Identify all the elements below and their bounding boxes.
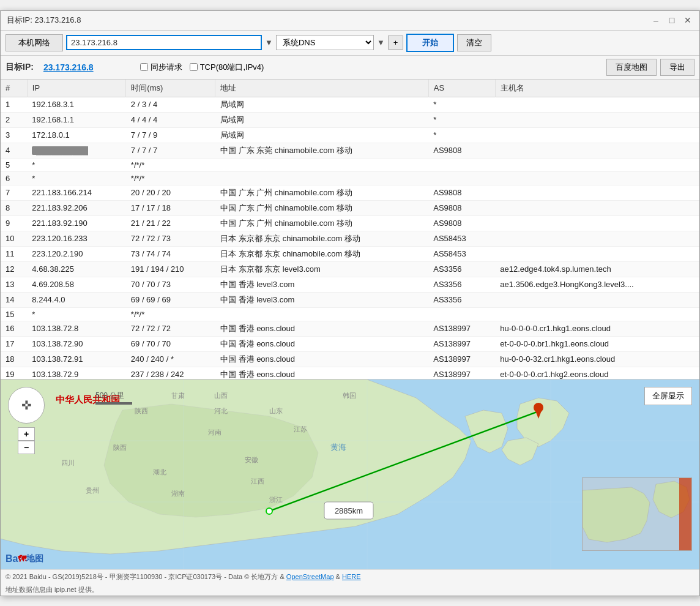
- cell-addr: 日本 东京都 东京 chinamobile.com 移动: [215, 246, 428, 261]
- map-footer: © 2021 Baidu - GS(2019)5218号 - 甲测资字11009…: [1, 569, 699, 584]
- table-row: 134.69.208.5870 / 70 / 73中国 香港 level3.co…: [1, 277, 699, 292]
- cell-addr: 中国 广东 广州 chinamobile.com 移动: [215, 200, 428, 215]
- cell-host: [495, 112, 699, 127]
- tcp-input[interactable]: [190, 63, 198, 71]
- table-row: 1192.168.3.12 / 3 / 4局域网*: [1, 97, 699, 112]
- cell-ip: 103.138.72.90: [27, 336, 126, 351]
- cell-as: AS3356: [428, 292, 495, 307]
- cell-ip: 103.138.72.9: [27, 367, 126, 380]
- start-button[interactable]: 开始: [406, 34, 454, 52]
- local-net-button[interactable]: 本机网络: [6, 34, 63, 51]
- svg-text:江苏: 江苏: [294, 425, 307, 433]
- cell-as: *: [428, 127, 495, 143]
- cell-host: et-0-0-0-0.cr1.hkg2.eons.cloud: [495, 367, 699, 380]
- table-row: 15**/*/*: [1, 307, 699, 321]
- tcp-checkbox[interactable]: TCP(80端口,IPv4): [190, 62, 264, 73]
- svg-text:江西: 江西: [251, 477, 264, 485]
- baidu-map-button[interactable]: 百度地图: [606, 59, 657, 76]
- cell-host: [495, 158, 699, 171]
- zoom-out-button[interactable]: −: [18, 441, 35, 454]
- svg-text:四川: 四川: [61, 459, 75, 466]
- cell-as: *: [428, 112, 495, 127]
- cell-ip: 4.68.38.225: [27, 261, 126, 277]
- export-button[interactable]: 导出: [660, 59, 694, 76]
- cell-ip: *: [27, 307, 126, 321]
- cell-host: [495, 246, 699, 261]
- target-ip-link[interactable]: 23.173.216.8: [43, 62, 94, 72]
- cell-as: AS58453: [428, 246, 495, 261]
- cell-addr: 中国 香港 eons.cloud: [215, 351, 428, 367]
- col-header-ip: IP: [27, 80, 126, 97]
- fullscreen-button[interactable]: 全屏显示: [644, 387, 692, 405]
- cell-addr: 局域网: [215, 97, 428, 112]
- info-bar: 目标IP: 23.173.216.8 同步请求 TCP(80端口,IPv4) 百…: [1, 56, 699, 80]
- map-background: 四川 陕西 贵州 湖北 湖南 河南 安徽 江西 浙江 河北 山东 山西 甘肃 陕…: [1, 380, 699, 569]
- cell-time: 7 / 7 / 7: [126, 143, 215, 158]
- cell-ip: 103.138.72.91: [27, 351, 126, 367]
- sync-request-input[interactable]: [140, 63, 148, 71]
- cell-host: et-0-0-0-0.br1.hkg1.eons.cloud: [495, 336, 699, 351]
- table-row: 124.68.38.225191 / 194 / 210日本 东京都 东京 le…: [1, 261, 699, 277]
- svg-point-32: [266, 508, 272, 514]
- cell-as: AS9808: [428, 143, 495, 158]
- cell-host: [495, 292, 699, 307]
- ipip-credit: 地址数据信息由 ipip.net 提供。: [1, 584, 699, 596]
- cell-ip: 221.183.92.190: [27, 215, 126, 231]
- svg-text:湖南: 湖南: [171, 490, 185, 497]
- cell-addr: 中国 香港 level3.com: [215, 292, 428, 307]
- minimize-button[interactable]: –: [650, 15, 661, 26]
- cell-num: 4: [1, 143, 27, 158]
- cell-as: *: [428, 97, 495, 112]
- map-nav-circle[interactable]: ✜: [8, 387, 45, 424]
- table-body: 1192.168.3.12 / 3 / 4局域网*2192.168.1.14 /…: [1, 97, 699, 380]
- here-link[interactable]: HERE: [342, 573, 361, 580]
- cell-num: 1: [1, 97, 27, 112]
- openstreetmap-link[interactable]: OpenStreetMap: [286, 573, 334, 580]
- cell-time: */*/*: [126, 307, 215, 321]
- cell-ip: 4.69.208.58: [27, 277, 126, 292]
- maximize-button[interactable]: □: [666, 15, 677, 26]
- cell-addr: 中国 广东 广州 chinamobile.com 移动: [215, 185, 428, 200]
- ip-input[interactable]: [66, 35, 262, 50]
- cell-ip: 192.168.1.1: [27, 112, 126, 127]
- cell-host: [495, 200, 699, 215]
- svg-text:山西: 山西: [214, 392, 228, 399]
- cell-time: 70 / 70 / 73: [126, 277, 215, 292]
- cell-num: 16: [1, 321, 27, 336]
- svg-text:2885km: 2885km: [335, 506, 363, 515]
- copyright-and: &: [336, 573, 342, 580]
- zoom-in-button[interactable]: +: [18, 427, 35, 441]
- plus-button[interactable]: +: [388, 36, 404, 50]
- dns-dropdown[interactable]: 系统DNS: [276, 35, 374, 50]
- cell-ip: *: [27, 171, 126, 185]
- trace-table-container[interactable]: # IP 时间(ms) 地址 AS 主机名 1192.168.3.12 / 3 …: [1, 80, 699, 380]
- table-row: 3172.18.0.17 / 7 / 9局域网*: [1, 127, 699, 143]
- table-row: 6**/*/*: [1, 171, 699, 185]
- sync-request-checkbox[interactable]: 同步请求: [140, 62, 182, 73]
- toolbar: 本机网络 ▼ 系统DNS ▼ + 开始 清空: [1, 31, 699, 56]
- table-row: 9221.183.92.19021 / 21 / 22中国 广东 广州 chin…: [1, 215, 699, 231]
- cell-addr: 局域网: [215, 127, 428, 143]
- cell-time: 237 / 238 / 242: [126, 367, 215, 380]
- cell-as: AS9808: [428, 200, 495, 215]
- cell-num: 19: [1, 367, 27, 380]
- options-checkboxes: 同步请求 TCP(80端口,IPv4): [140, 62, 264, 73]
- svg-text:韩国: 韩国: [343, 392, 356, 399]
- cell-num: 6: [1, 171, 27, 185]
- cell-as: [428, 307, 495, 321]
- cell-addr: 中国 广东 东莞 chinamobile.com 移动: [215, 143, 428, 158]
- cell-host: hu-0-0-0-0.cr1.hkg1.eons.cloud: [495, 321, 699, 336]
- cell-addr: [215, 307, 428, 321]
- table-row: 17103.138.72.9069 / 70 / 70中国 香港 eons.cl…: [1, 336, 699, 351]
- table-header-row: # IP 时间(ms) 地址 AS 主机名: [1, 80, 699, 97]
- cell-ip: 221.183.92.206: [27, 200, 126, 215]
- clear-button[interactable]: 清空: [457, 34, 491, 51]
- cell-addr: 中国 香港 eons.cloud: [215, 367, 428, 380]
- main-window: 目标IP: 23.173.216.8 – □ ✕ 本机网络 ▼ 系统DNS ▼ …: [0, 10, 700, 596]
- map-scale: 500 公里: [95, 391, 132, 405]
- cell-as: [428, 171, 495, 185]
- cell-num: 10: [1, 231, 27, 246]
- table-row: 19103.138.72.9237 / 238 / 242中国 香港 eons.…: [1, 367, 699, 380]
- cell-time: 17 / 17 / 18: [126, 200, 215, 215]
- close-button[interactable]: ✕: [682, 15, 693, 26]
